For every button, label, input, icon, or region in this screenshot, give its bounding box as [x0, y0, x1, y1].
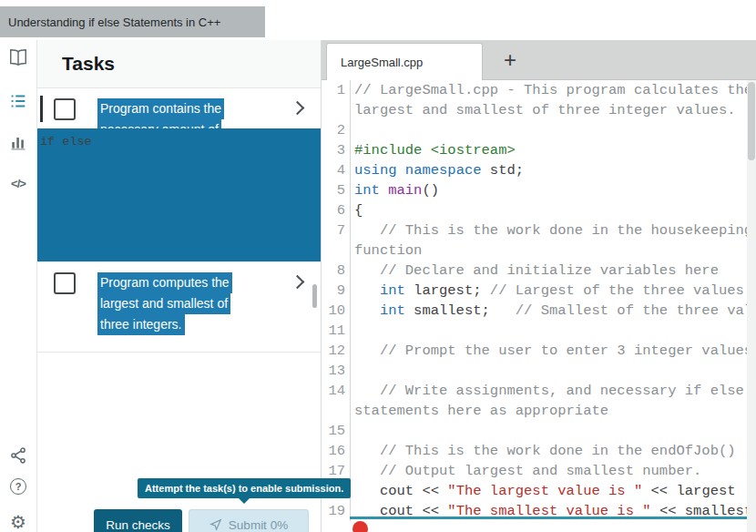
- tooltip-text: Attempt the task(s) to enable submission…: [145, 483, 343, 494]
- line-number: 7: [322, 220, 350, 240]
- line-number: 16: [322, 441, 350, 461]
- page-scrollbar[interactable]: [747, 80, 756, 532]
- submit-button[interactable]: Submit 0%: [189, 509, 309, 532]
- app: Understanding if else Statements in C++ …: [0, 0, 756, 532]
- code-line[interactable]: 9 int largest; // Largest of the three v…: [322, 281, 748, 301]
- task-row[interactable]: Program computes thelargest and smallest…: [37, 261, 321, 353]
- code-line[interactable]: 16 // This is the work done in the endOf…: [322, 441, 748, 461]
- sidebar: </> ? ⚙: [0, 40, 37, 532]
- task-description-line: Program computes the: [97, 271, 272, 292]
- code-line[interactable]: 8 // Declare and initialize variables he…: [322, 261, 748, 281]
- task-description-line: if else statements: [97, 139, 272, 160]
- line-number: [322, 401, 350, 421]
- gear-icon-glyph: ⚙: [10, 513, 26, 531]
- tasks-header: Tasks: [37, 40, 321, 87]
- code-line[interactable]: 1// LargeSmall.cpp - This program calcul…: [322, 80, 748, 100]
- submission-tooltip: Attempt the task(s) to enable submission…: [138, 478, 351, 498]
- code-line[interactable]: 17 // Output largest and smallest number…: [322, 461, 748, 481]
- highlighted-text: Program computes the: [97, 272, 232, 293]
- tasks-scrollbar-thumb[interactable]: [312, 284, 317, 308]
- results-panel-divider: [350, 517, 756, 519]
- line-number: 15: [322, 421, 350, 441]
- highlighted-text: largest and smallest of: [97, 293, 230, 314]
- new-tab-button[interactable]: +: [496, 40, 524, 80]
- line-number: 6: [322, 200, 350, 220]
- code-line[interactable]: 6{: [322, 200, 748, 220]
- line-number: 12: [322, 341, 350, 361]
- code-line[interactable]: largest and smallest of three integer va…: [322, 100, 748, 120]
- code-text: int main(): [350, 180, 748, 200]
- plus-icon: +: [504, 47, 516, 73]
- run-checks-label: Run checks: [106, 518, 170, 532]
- code-line[interactable]: 15: [322, 421, 748, 441]
- tasks-icon[interactable]: [0, 89, 36, 113]
- task-list: Program contains thenecessary amount ofi…: [37, 87, 321, 353]
- task-row[interactable]: Program contains thenecessary amount ofi…: [37, 87, 321, 261]
- code-line[interactable]: 12 // Prompt the user to enter 3 integer…: [322, 341, 748, 361]
- submit-label: Submit 0%: [229, 518, 288, 532]
- share-icon[interactable]: [0, 444, 36, 467]
- code-text: using namespace std;: [350, 160, 748, 180]
- run-checks-button[interactable]: Run checks: [94, 509, 182, 532]
- code-line[interactable]: 2: [322, 120, 748, 140]
- code-line[interactable]: 7 // This is the work done in the housek…: [322, 220, 748, 240]
- help-icon[interactable]: ?: [0, 475, 36, 498]
- code-text: function: [350, 240, 748, 261]
- book-icon[interactable]: [0, 46, 36, 69]
- task-description: Program computes thelargest and smallest…: [97, 271, 272, 334]
- code-text: statements here as appropriate: [350, 401, 748, 421]
- highlighted-text: three integers.: [97, 314, 185, 335]
- code-text: [350, 120, 748, 140]
- code-line[interactable]: statements here as appropriate: [322, 401, 748, 421]
- send-icon: [209, 518, 222, 531]
- code-text: // Write assignments, and necessary if e…: [350, 381, 748, 401]
- code-line[interactable]: 11: [322, 321, 748, 341]
- code-line[interactable]: 5int main(): [322, 180, 748, 200]
- code-line[interactable]: 18 cout << "The largest value is " << la…: [322, 481, 748, 501]
- task-focus-indicator: [40, 96, 43, 122]
- bar-chart-icon[interactable]: [0, 130, 36, 154]
- task-checkbox[interactable]: [54, 98, 76, 120]
- lesson-title-bar: Understanding if else Statements in C++: [0, 6, 265, 37]
- task-checkbox[interactable]: [54, 272, 76, 294]
- code-icon-glyph: </>: [11, 177, 26, 190]
- tab-largesmall-cpp[interactable]: LargeSmall.cpp: [326, 43, 483, 80]
- line-number: 10: [322, 301, 350, 321]
- code-line[interactable]: 14 // Write assignments, and necessary i…: [322, 381, 748, 401]
- chevron-right-icon[interactable]: [291, 101, 305, 116]
- code-text: // Output largest and smallest number.: [350, 461, 748, 481]
- code-icon[interactable]: </>: [0, 171, 36, 195]
- code-area[interactable]: 1// LargeSmall.cpp - This program calcul…: [322, 80, 748, 532]
- line-number: 4: [322, 160, 350, 180]
- line-number: [322, 100, 350, 120]
- code-text: // Prompt the user to enter 3 integer va…: [350, 341, 748, 361]
- code-text: // Declare and initialize variables here: [350, 261, 748, 281]
- code-text: // LargeSmall.cpp - This program calcula…: [350, 80, 748, 100]
- code-text: int largest; // Largest of the three val…: [350, 281, 748, 301]
- code-line[interactable]: 10 int smallest; // Smallest of the thre…: [322, 301, 748, 321]
- chevron-right-icon[interactable]: [291, 275, 305, 290]
- tasks-panel: Tasks Program contains thenecessary amou…: [37, 40, 321, 532]
- editor-tab-bar: LargeSmall.cpp +: [322, 40, 756, 80]
- line-number: 11: [322, 321, 350, 341]
- code-line[interactable]: 13: [322, 361, 748, 381]
- line-number: 13: [322, 361, 350, 381]
- help-icon-glyph: ?: [10, 478, 26, 495]
- gear-icon[interactable]: ⚙: [0, 510, 36, 532]
- code-line[interactable]: function: [322, 240, 748, 261]
- tasks-title: Tasks: [62, 53, 115, 75]
- code-text: #include <iostream>: [350, 140, 748, 160]
- task-description-line: largest and smallest of: [97, 292, 272, 313]
- line-number: 2: [322, 120, 350, 140]
- code-line[interactable]: 3#include <iostream>: [322, 140, 748, 160]
- code-line[interactable]: 4using namespace std;: [322, 160, 748, 180]
- line-number: [322, 240, 350, 261]
- line-number: 5: [322, 180, 350, 200]
- error-icon: [352, 521, 368, 532]
- code-text: largest and smallest of three integer va…: [350, 100, 748, 120]
- page-scrollbar-thumb[interactable]: [748, 82, 755, 160]
- line-number: 9: [322, 281, 350, 301]
- code-editor: LargeSmall.cpp + 1// LargeSmall.cpp - Th…: [321, 40, 756, 532]
- line-number: 1: [322, 80, 350, 100]
- code-text: {: [350, 200, 748, 220]
